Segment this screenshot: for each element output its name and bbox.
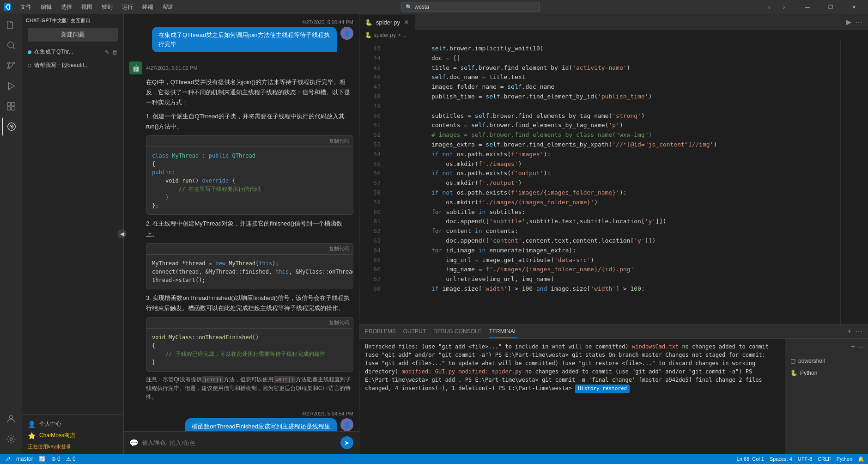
chat-panel-title: CHAT-GPT中文版: 交互窗口 [22, 14, 123, 26]
user-avatar-2: 👤 [340, 418, 353, 431]
restore-button[interactable]: ❐ [820, 0, 841, 14]
close-button[interactable]: ✕ [843, 0, 864, 14]
file-encoding[interactable]: UTF-8 [798, 456, 812, 462]
menu-run[interactable]: 运行 [118, 2, 137, 12]
delete-icon[interactable]: 🗑 [112, 49, 118, 55]
timestamp-1: 4/27/2023, 5:00:44 PM [129, 19, 353, 25]
user-message-2: 4/27/2023, 5:04:54 PM 槽函数onThreadFinishe… [129, 411, 353, 431]
role-selector[interactable]: 输入/角色 [142, 439, 166, 447]
indent-size[interactable]: Spaces: 4 [770, 456, 792, 462]
branch-name: master [16, 456, 33, 462]
copy-button-1[interactable]: 复制代码 [329, 138, 349, 145]
activity-bar-bottom [2, 409, 20, 452]
terminal-line-7: Changes not staged for commit: [665, 352, 765, 358]
history-item-label: 请帮我写一段beautif... [34, 61, 118, 69]
user-bubble-2: 槽函数onThreadFinished应该写到主进程还是线程里 [185, 418, 337, 431]
add-panel-button[interactable]: + [851, 342, 855, 351]
panel-python[interactable]: 🐍 Python [785, 367, 868, 379]
history-item-label: 在集成了QThr... [34, 48, 102, 56]
history-dot [28, 50, 31, 54]
tab-bar: 🐍 spider.py ✕ ▶ ⋯ [359, 14, 868, 30]
chat-history-item-2[interactable]: 请帮我写一段beautif... [22, 59, 123, 72]
role-selector-label: 输入/角色 [142, 439, 166, 447]
global-search-bar[interactable]: 🔍 [401, 2, 540, 12]
step1-label: 1. 创建一个派生自QThread的子类，并将需要在子线程中执行的代码放入其ru… [146, 111, 353, 132]
menu-go[interactable]: 转到 [98, 2, 116, 12]
sidebar-item-search[interactable] [2, 36, 20, 55]
more-terminal-button[interactable]: ⋯ [855, 327, 862, 336]
bottom-tab-bar: PROBLEMS OUTPUT DEBUG CONSOLE TERMINAL +… [359, 325, 868, 339]
menu-file[interactable]: 文件 [17, 2, 35, 12]
bottom-tab-actions: + ⋯ [847, 327, 862, 336]
editor-main: 🐍 spider.py ✕ ▶ ⋯ 🐍 spider.py > ... 43 4… [359, 14, 868, 454]
code-pre-1: class MyThread : public QThread { public… [146, 147, 353, 214]
send-button[interactable]: ➤ [340, 436, 353, 449]
tab-spider-py[interactable]: 🐍 spider.py ✕ [359, 14, 415, 30]
collapse-chat-button[interactable]: ◀ [117, 229, 127, 238]
copy-button-3[interactable]: 复制代码 [329, 319, 349, 326]
personal-center-link[interactable]: 👤 个人中心 [28, 418, 118, 430]
svg-point-12 [10, 438, 12, 440]
nav-forward-button[interactable]: › [778, 1, 789, 12]
terminal-line-6: On branch master [608, 352, 662, 358]
sidebar-item-chatgpt[interactable] [2, 117, 20, 136]
key-warning: 正在使用key未登录 [28, 443, 118, 450]
language-mode[interactable]: Python [837, 456, 852, 462]
tab-file-icon: 🐍 [365, 19, 372, 26]
menu-edit[interactable]: 编辑 [37, 2, 55, 12]
menu-selection[interactable]: 选择 [57, 2, 76, 12]
terminal-content[interactable]: Untracked files: (use "git add <file>...… [359, 339, 785, 454]
sidebar-item-source-control[interactable] [2, 56, 20, 75]
cursor-position[interactable]: Ln 68, Col 1 [737, 456, 764, 462]
chat-input[interactable] [170, 440, 337, 446]
code-block-header-2: 复制代码 [146, 244, 353, 255]
mode-icon: 💬 [129, 439, 139, 447]
tab-close-button[interactable]: ✕ [404, 18, 409, 26]
edit-icon[interactable]: ✎ [105, 49, 109, 55]
tab-terminal[interactable]: TERMINAL [489, 325, 517, 338]
terminal-line-15: [master a942de5] final change [638, 377, 735, 383]
terminal-line-11: modified: spider.py [458, 368, 522, 375]
personal-icon: 👤 [28, 421, 36, 428]
menu-view[interactable]: 视图 [78, 2, 96, 12]
chat-history-item-1[interactable]: 在集成了QThr... ✎ 🗑 [22, 45, 123, 59]
terminal-line-5: PS E:\Part-time\westa> git status [495, 352, 605, 358]
notification-icon[interactable]: 🔔 [858, 456, 864, 462]
search-input[interactable] [415, 4, 536, 10]
sidebar-item-account[interactable] [2, 409, 20, 428]
tab-problems[interactable]: PROBLEMS [365, 325, 396, 338]
more-panel-button[interactable]: ⋯ [857, 342, 864, 351]
user-message-1: 4/27/2023, 5:00:44 PM 在集成了QThread类之后如何调用… [129, 19, 353, 56]
new-question-button[interactable]: 新建问题 [28, 28, 118, 42]
warnings-count: ⚠ 0 [66, 456, 76, 462]
sidebar-item-extensions[interactable] [2, 97, 20, 116]
tab-debug-console[interactable]: DEBUG CONSOLE [433, 325, 482, 338]
minimize-button[interactable]: — [797, 0, 818, 14]
copy-button-2[interactable]: 复制代码 [329, 245, 349, 252]
code-editor[interactable]: self.brower.implicitly_wait(10) doc = []… [382, 40, 840, 324]
code-block-header-3: 复制代码 [146, 317, 353, 329]
svg-point-3 [13, 62, 15, 64]
menu-help[interactable]: 帮助 [159, 2, 177, 12]
sidebar-item-settings[interactable] [2, 430, 20, 448]
bot-avatar-1: 🤖 [129, 61, 142, 74]
chat-content-area: ◀ 4/27/2023, 5:00:44 PM 在集成了QThread类之后如何… [124, 14, 359, 454]
timestamp-3: 4/27/2023, 5:04:54 PM [129, 411, 353, 416]
powershell-icon: ▢ [790, 358, 795, 364]
sidebar-item-explorer[interactable] [2, 16, 20, 34]
add-terminal-button[interactable]: + [847, 327, 851, 336]
run-button[interactable]: ▶ [846, 18, 851, 26]
line-endings[interactable]: CRLF [818, 456, 831, 462]
key-action-link[interactable]: 未登录 [56, 444, 71, 449]
menu-terminal[interactable]: 终端 [139, 2, 157, 12]
nav-back-button[interactable]: ‹ [764, 1, 775, 12]
store-link[interactable]: ⭐ ChatMoss商店 [28, 430, 118, 441]
code-block-header-1: 复制代码 [146, 136, 353, 147]
more-button[interactable]: ⋯ [855, 18, 862, 26]
sidebar-item-run[interactable] [2, 77, 20, 95]
editor-and-terminal: 🐍 spider.py ✕ ▶ ⋯ 🐍 spider.py > ... 43 4… [359, 14, 868, 454]
bot-note-1: 注意：尽管Qt没有提供join()方法，但您可以使用wait()方法阻塞主线程直… [129, 375, 353, 402]
panel-powershell[interactable]: ▢ powershell [785, 355, 868, 367]
tab-output[interactable]: OUTPUT [403, 325, 426, 338]
store-icon: ⭐ [28, 432, 36, 440]
